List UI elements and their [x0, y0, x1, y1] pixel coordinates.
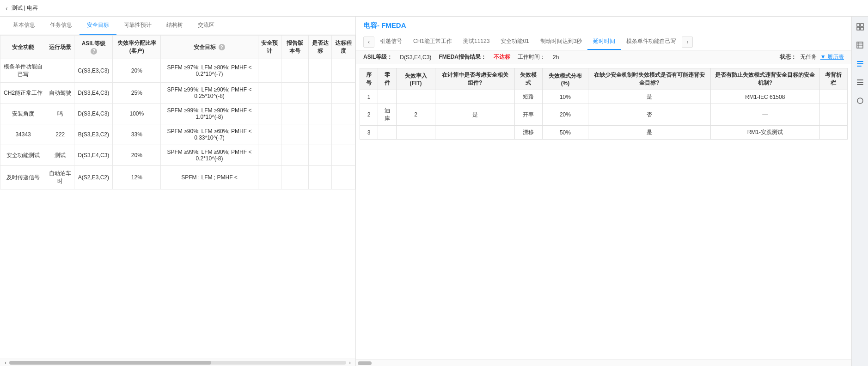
fmeda-table-container: 序号 零件 失效率入(FIT) 在计算中是否考虑安全相关组件? 失效模式 失效模… [356, 64, 851, 360]
fmeda-cell-seq: 3 [360, 126, 378, 140]
th-report-ver: 报告版本号 [281, 36, 309, 59]
fmeda-cell-dist: 50% [543, 126, 588, 140]
right-sidebar [851, 17, 868, 366]
history-link[interactable]: ▼ 履历表 [820, 53, 844, 61]
fmeda-cell-failure-mode: 漂移 [514, 126, 542, 140]
cell-safety-target: SPFM ≥99%; LFM ≥90%; PMHF < 1.0*10^(-8) [161, 104, 258, 124]
asil-label: ASIL等级： [363, 53, 392, 61]
cell-report-ver [281, 83, 309, 104]
fmeda-cell-ref [819, 104, 847, 126]
cell-report-ver [281, 124, 309, 145]
th-safety-target: 安全目标 ? [161, 36, 258, 59]
cell-safety-func: 及时传递信号 [0, 166, 46, 189]
table-row: 安装角度 吗 D(S3,E4,C3) 100% SPFM ≥99%; LFM ≥… [0, 104, 355, 124]
cell-run-scene: 自动驾驶 [46, 83, 74, 104]
scroll-left-arrow[interactable]: ‹ [2, 359, 9, 366]
fmeda-cell-consider [435, 90, 515, 104]
tab-task[interactable]: 任务信息 [43, 17, 79, 35]
fmeda-cell-fit [396, 90, 435, 104]
fmeda-cell-no-safety: 是 [588, 90, 710, 104]
status-bar: ASIL等级： D(S3,E4,C3) FMEDA报告结果： 不达标 工作时间：… [356, 50, 851, 64]
asil-help-icon[interactable]: ? [91, 48, 97, 55]
safety-table: 安全功能 运行场景 ASIL等级 ? 失效率分配比率(客户) 安全目标 ? 安全… [0, 35, 355, 189]
cell-asil: D(S3,E4,C3) [74, 104, 113, 124]
table-row: 模条单件功能自己写 C(S3,E3,C3) 20% SPFM ≥97%; LFM… [0, 59, 355, 83]
tab-transfer-signal[interactable]: 引递信号 [374, 34, 408, 50]
fmeda-cell-failure-mode: 开率 [514, 104, 542, 126]
tab-basic[interactable]: 基本信息 [6, 17, 43, 35]
right-scroll-thumb[interactable] [358, 361, 372, 365]
cell-reach-degree [332, 104, 355, 124]
cell-safety-func: 安全功能测试 [0, 145, 46, 166]
cell-report-ver [281, 104, 309, 124]
work-time-value: 2h [553, 54, 559, 61]
cell-report-ver [281, 59, 309, 83]
cell-safety-target: SPFM ≥90%; LFM ≥60%; PMHF < 0.33*10^(-7) [161, 124, 258, 145]
fmeda-cell-no-safety: 是 [588, 126, 710, 140]
list-icon[interactable] [854, 76, 867, 89]
tab-nav-next[interactable]: › [682, 37, 693, 48]
cell-reach-degree [332, 166, 355, 189]
fmeda-th-ref: 考背析栏 [819, 68, 847, 90]
cell-failure-rate: 20% [113, 145, 161, 166]
th-is-reached: 是否达标 [309, 36, 332, 59]
fmeda-row: 3 漂移 50% 是 RM1-安践测试 [360, 126, 848, 140]
cell-is-reached [309, 166, 332, 189]
tab-delay-time[interactable]: 延时时间 [587, 34, 621, 50]
th-reach-degree: 达标程度 [332, 36, 355, 59]
cell-run-scene: 吗 [46, 104, 74, 124]
tab-brake-time[interactable]: 制动时间达到3秒 [535, 34, 588, 50]
cell-asil: A(S2,E3,C2) [74, 166, 113, 189]
cell-safety-predict [258, 59, 281, 83]
tab-exchange[interactable]: 交流区 [190, 17, 222, 35]
tab-safety-func01[interactable]: 安全功能01 [495, 34, 534, 50]
fmeda-cell-prevent: RM1-IEC 61508 [710, 90, 819, 104]
tab-nav-prev[interactable]: ‹ [363, 37, 374, 48]
left-panel: 基本信息 任务信息 安全目标 可靠性预计 结构树 交流区 安全功能 运行场景 A… [0, 17, 356, 366]
left-hscroll[interactable]: ‹ › [0, 359, 355, 366]
tab-structure[interactable]: 结构树 [159, 17, 190, 35]
main-layout: 基本信息 任务信息 安全目标 可靠性预计 结构树 交流区 安全功能 运行场景 A… [0, 17, 868, 366]
cell-asil: D(S3,E4,C3) [74, 83, 113, 104]
fmeda-th-seq: 序号 [360, 68, 378, 90]
tab-ch1-normal[interactable]: CH1能正常工作 [408, 34, 458, 50]
svg-rect-12 [857, 82, 863, 83]
fmeda-cell-seq: 1 [360, 90, 378, 104]
fmeda-th-failure-rate-fit: 失效率入(FIT) [396, 68, 435, 90]
cell-reach-degree [332, 59, 355, 83]
cell-is-reached [309, 104, 332, 124]
fmeda-table: 序号 零件 失效率入(FIT) 在计算中是否考虑安全相关组件? 失效模式 失效模… [360, 68, 848, 140]
tab-module-self[interactable]: 模条单件功能自己写 [621, 34, 682, 50]
cell-safety-func: 34343 [0, 124, 46, 145]
cell-safety-predict [258, 83, 281, 104]
fmeda-cell-part: 油库 [378, 104, 396, 126]
tab-test-11123[interactable]: 测试11123 [458, 34, 495, 50]
svg-rect-1 [861, 24, 863, 26]
tab-safety[interactable]: 安全目标 [79, 17, 116, 35]
asil-value: D(S3,E4,C3) [400, 54, 431, 61]
text-icon[interactable] [854, 57, 867, 70]
fmeda-cell-seq: 2 [360, 104, 378, 126]
status-right: 状态： 无任务 ▼ 履历表 [780, 53, 844, 61]
cell-safety-func: CH2能正常工作 [0, 83, 46, 104]
cell-safety-predict [258, 124, 281, 145]
safety-target-help-icon[interactable]: ? [219, 44, 225, 50]
tab-reliability[interactable]: 可靠性预计 [116, 17, 159, 35]
table-row: 34343 222 B(S3,E3,C2) 33% SPFM ≥90%; LFM… [0, 124, 355, 145]
right-tabs: ‹ 引递信号 CH1能正常工作 测试11123 安全功能01 制动时间达到3秒 … [363, 34, 844, 50]
circle-icon[interactable] [854, 94, 867, 107]
cell-run-scene: 测试 [46, 145, 74, 166]
cell-safety-predict [258, 145, 281, 166]
right-bottom-scroll[interactable] [356, 360, 851, 366]
fmeda-cell-fit: 2 [396, 104, 435, 126]
scroll-right-arrow[interactable]: › [346, 359, 354, 366]
back-button[interactable]: ‹ [6, 5, 8, 12]
cell-safety-target: SPFM ≥97%; LFM ≥80%; PMHF < 0.2*10^(-7) [161, 59, 258, 83]
hscroll-thumb[interactable] [9, 361, 211, 365]
right-title: 电容- FMEDA [363, 21, 844, 30]
table-row: CH2能正常工作 自动驾驶 D(S3,E4,C3) 25% SPFM ≥99%;… [0, 83, 355, 104]
grid-icon[interactable] [854, 39, 867, 52]
fmeda-th-no-safety-mech: 在缺少安全机制时失效模式是否有可能违背安全目标? [588, 68, 710, 90]
hscroll-track[interactable] [9, 361, 346, 365]
expand-icon[interactable] [854, 20, 867, 33]
